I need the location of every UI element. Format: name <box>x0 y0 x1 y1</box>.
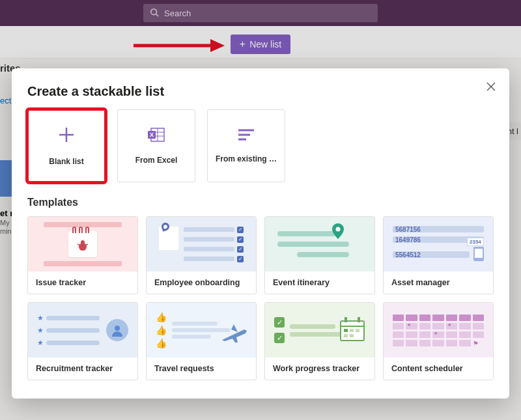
template-label: Content scheduler <box>384 357 493 380</box>
modal-title: Create a stackable list <box>27 84 494 99</box>
template-label: Travel requests <box>147 357 256 380</box>
svg-point-21 <box>336 227 341 232</box>
asset-number: 5564512 <box>395 251 421 259</box>
device-icon <box>473 247 484 261</box>
create-option-excel[interactable]: X From Excel <box>117 109 195 182</box>
template-work-progress-tracker[interactable]: ✓ ✓ Work progress tracker <box>264 302 375 380</box>
checkbox-icon: ✓ <box>274 333 285 343</box>
map-pin-icon <box>332 223 344 242</box>
app-topbar <box>0 0 521 26</box>
calendar-icon <box>339 317 365 342</box>
search-box[interactable] <box>143 4 378 22</box>
template-content-scheduler[interactable]: ⚑ Content scheduler <box>383 302 494 380</box>
excel-icon: X <box>147 127 165 145</box>
star-icon: ★ <box>37 326 44 335</box>
template-preview: ★ ★ ★ <box>28 303 137 357</box>
svg-rect-31 <box>356 329 359 332</box>
close-button[interactable] <box>485 80 498 93</box>
template-employee-onboarding[interactable]: ✓ ✓ ✓ ✓ Employee onboarding <box>146 216 257 294</box>
template-label: Work progress tracker <box>265 357 374 380</box>
checkbox-icon: ✓ <box>274 317 285 328</box>
template-label: Event itinerary <box>265 272 374 294</box>
svg-text:X: X <box>150 132 154 138</box>
thumbs-up-icon: 👍 <box>156 338 167 348</box>
template-label: Asset manager <box>384 272 493 294</box>
thumbs-up-icon: 👍 <box>156 325 167 335</box>
template-label: Employee onboarding <box>147 272 256 294</box>
asset-tag: 2354 <box>467 238 484 246</box>
template-label: Issue tracker <box>28 272 137 294</box>
template-issue-tracker[interactable]: Issue tracker <box>27 216 138 294</box>
create-option-label: From existing … <box>212 154 281 163</box>
svg-rect-23 <box>475 249 483 258</box>
template-preview <box>265 217 374 272</box>
create-option-label: Blank list <box>45 157 87 166</box>
template-travel-requests[interactable]: 👍 👍 👍 Travel requests <box>146 302 257 380</box>
flag-icon: ⚑ <box>473 340 479 347</box>
svg-rect-27 <box>345 317 347 322</box>
templates-heading: Templates <box>27 197 494 208</box>
svg-rect-32 <box>344 334 348 337</box>
create-option-label: From Excel <box>132 156 182 165</box>
svg-line-1 <box>156 14 159 16</box>
template-preview: ✓ ✓ ✓ ✓ <box>147 217 256 272</box>
create-options-row: Blank list X From Excel From existing … <box>27 109 494 182</box>
svg-point-0 <box>151 8 157 14</box>
svg-point-24 <box>115 326 120 331</box>
svg-rect-30 <box>350 329 354 332</box>
star-icon: ★ <box>37 339 44 347</box>
close-icon <box>486 82 496 91</box>
template-event-itinerary[interactable]: Event itinerary <box>264 216 375 294</box>
list-icon <box>237 128 255 144</box>
search-input[interactable] <box>164 8 371 18</box>
thumbs-up-icon: 👍 <box>156 312 167 322</box>
template-preview: ⚑ <box>384 303 493 357</box>
svg-point-18 <box>81 240 85 244</box>
svg-rect-29 <box>344 329 348 332</box>
asset-number: 5687156 <box>395 226 421 233</box>
star-icon: ★ <box>37 314 44 322</box>
create-option-blank[interactable]: Blank list <box>27 109 106 182</box>
bug-icon <box>76 239 89 252</box>
template-preview <box>28 217 137 272</box>
airplane-icon <box>218 323 249 346</box>
templates-grid: Issue tracker ✓ ✓ ✓ ✓ Employee onboardin… <box>27 216 494 380</box>
template-preview: 👍 👍 👍 <box>147 303 256 357</box>
template-preview: 5687156 1649786 5564512 2354 <box>384 217 493 272</box>
template-recruitment-tracker[interactable]: ★ ★ ★ Recruitment tracker <box>27 302 138 380</box>
template-asset-manager[interactable]: 5687156 1649786 5564512 2354 Asset manag… <box>383 216 494 294</box>
avatar-icon <box>106 319 128 341</box>
svg-rect-28 <box>358 317 360 322</box>
create-option-existing[interactable]: From existing … <box>207 109 285 182</box>
template-label: Recruitment tracker <box>28 357 137 380</box>
create-list-modal: Create a stackable list Blank list X Fro… <box>12 68 509 399</box>
plus-large-icon <box>57 126 76 147</box>
asset-number: 1649786 <box>395 236 421 244</box>
template-preview: ✓ ✓ <box>265 303 374 357</box>
search-icon <box>150 8 159 19</box>
svg-rect-33 <box>350 334 354 337</box>
